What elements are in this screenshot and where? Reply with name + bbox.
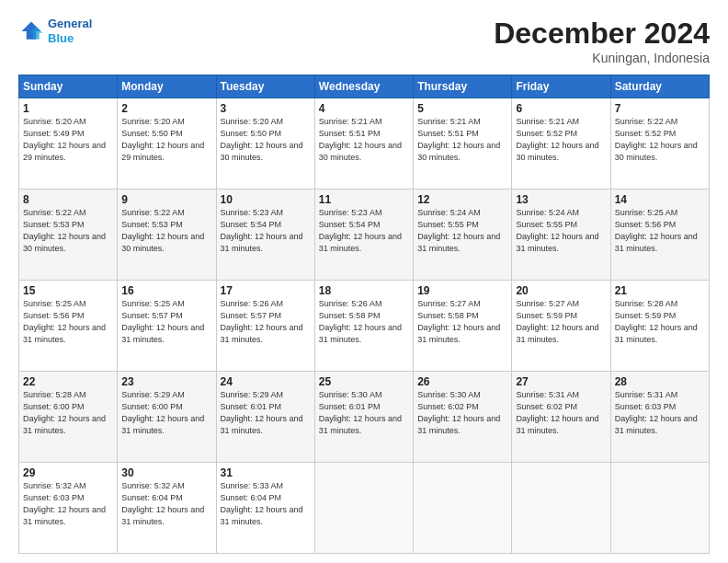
calendar-cell: 25Sunrise: 5:30 AMSunset: 6:01 PMDayligh… bbox=[314, 372, 413, 463]
day-info: Sunrise: 5:20 AMSunset: 5:49 PMDaylight:… bbox=[23, 117, 106, 161]
day-info: Sunrise: 5:30 AMSunset: 6:01 PMDaylight:… bbox=[319, 390, 402, 434]
calendar-cell: 8Sunrise: 5:22 AMSunset: 5:53 PMDaylight… bbox=[19, 190, 118, 281]
calendar-cell: 23Sunrise: 5:29 AMSunset: 6:00 PMDayligh… bbox=[118, 372, 216, 463]
calendar-cell: 9Sunrise: 5:22 AMSunset: 5:53 PMDaylight… bbox=[118, 190, 216, 281]
logo-blue: Blue bbox=[48, 31, 74, 45]
day-info: Sunrise: 5:31 AMSunset: 6:03 PMDaylight:… bbox=[615, 390, 698, 434]
subtitle: Kuningan, Indonesia bbox=[494, 51, 710, 65]
day-number: 9 bbox=[121, 192, 211, 207]
day-info: Sunrise: 5:24 AMSunset: 5:55 PMDaylight:… bbox=[417, 208, 500, 252]
day-number: 17 bbox=[221, 283, 311, 298]
day-info: Sunrise: 5:21 AMSunset: 5:51 PMDaylight:… bbox=[319, 117, 402, 161]
calendar-cell: 30Sunrise: 5:32 AMSunset: 6:04 PMDayligh… bbox=[118, 463, 216, 554]
day-number: 24 bbox=[221, 374, 311, 389]
day-info: Sunrise: 5:30 AMSunset: 6:02 PMDaylight:… bbox=[417, 390, 500, 434]
day-info: Sunrise: 5:23 AMSunset: 5:54 PMDaylight:… bbox=[221, 208, 303, 252]
calendar-cell: 17Sunrise: 5:26 AMSunset: 5:57 PMDayligh… bbox=[216, 281, 314, 372]
title-block: December 2024 Kuningan, Indonesia bbox=[494, 17, 710, 65]
calendar-cell: 12Sunrise: 5:24 AMSunset: 5:55 PMDayligh… bbox=[414, 190, 512, 281]
day-number: 15 bbox=[23, 283, 113, 298]
calendar-cell: 14Sunrise: 5:25 AMSunset: 5:56 PMDayligh… bbox=[610, 190, 709, 281]
calendar-cell: 18Sunrise: 5:26 AMSunset: 5:58 PMDayligh… bbox=[314, 281, 413, 372]
calendar-cell: 22Sunrise: 5:28 AMSunset: 6:00 PMDayligh… bbox=[19, 372, 118, 463]
day-info: Sunrise: 5:20 AMSunset: 5:50 PMDaylight:… bbox=[221, 117, 303, 161]
day-info: Sunrise: 5:25 AMSunset: 5:57 PMDaylight:… bbox=[121, 299, 204, 343]
day-info: Sunrise: 5:24 AMSunset: 5:55 PMDaylight:… bbox=[516, 208, 598, 252]
page: General Blue December 2024 Kuningan, Ind… bbox=[0, 0, 728, 563]
calendar-header-row: Sunday Monday Tuesday Wednesday Thursday… bbox=[19, 75, 710, 98]
day-info: Sunrise: 5:32 AMSunset: 6:04 PMDaylight:… bbox=[121, 481, 204, 525]
day-info: Sunrise: 5:27 AMSunset: 5:59 PMDaylight:… bbox=[516, 299, 598, 343]
day-number: 29 bbox=[23, 465, 113, 480]
day-number: 11 bbox=[319, 192, 409, 207]
calendar-cell bbox=[414, 463, 512, 554]
calendar-cell bbox=[314, 463, 413, 554]
col-saturday: Saturday bbox=[610, 75, 709, 98]
calendar-cell: 5Sunrise: 5:21 AMSunset: 5:51 PMDaylight… bbox=[414, 98, 512, 190]
col-tuesday: Tuesday bbox=[216, 75, 314, 98]
calendar-cell: 10Sunrise: 5:23 AMSunset: 5:54 PMDayligh… bbox=[216, 190, 314, 281]
col-sunday: Sunday bbox=[19, 75, 118, 98]
calendar-cell: 3Sunrise: 5:20 AMSunset: 5:50 PMDaylight… bbox=[216, 98, 314, 190]
day-info: Sunrise: 5:22 AMSunset: 5:53 PMDaylight:… bbox=[23, 208, 106, 252]
day-number: 12 bbox=[417, 192, 507, 207]
day-info: Sunrise: 5:23 AMSunset: 5:54 PMDaylight:… bbox=[319, 208, 402, 252]
day-number: 13 bbox=[516, 192, 606, 207]
day-number: 28 bbox=[615, 374, 705, 389]
day-info: Sunrise: 5:22 AMSunset: 5:53 PMDaylight:… bbox=[121, 208, 204, 252]
calendar-cell: 24Sunrise: 5:29 AMSunset: 6:01 PMDayligh… bbox=[216, 372, 314, 463]
day-info: Sunrise: 5:21 AMSunset: 5:52 PMDaylight:… bbox=[516, 117, 598, 161]
day-number: 21 bbox=[615, 283, 705, 298]
day-info: Sunrise: 5:22 AMSunset: 5:52 PMDaylight:… bbox=[615, 117, 698, 161]
calendar-week-row: 29Sunrise: 5:32 AMSunset: 6:03 PMDayligh… bbox=[19, 463, 710, 554]
calendar-cell: 21Sunrise: 5:28 AMSunset: 5:59 PMDayligh… bbox=[610, 281, 709, 372]
day-info: Sunrise: 5:25 AMSunset: 5:56 PMDaylight:… bbox=[615, 208, 698, 252]
day-number: 14 bbox=[615, 192, 705, 207]
day-number: 26 bbox=[417, 374, 507, 389]
logo-general: General bbox=[48, 17, 92, 30]
day-info: Sunrise: 5:29 AMSunset: 6:00 PMDaylight:… bbox=[121, 390, 204, 434]
calendar-cell: 13Sunrise: 5:24 AMSunset: 5:55 PMDayligh… bbox=[512, 190, 610, 281]
calendar-cell: 20Sunrise: 5:27 AMSunset: 5:59 PMDayligh… bbox=[512, 281, 610, 372]
col-monday: Monday bbox=[118, 75, 216, 98]
calendar-cell bbox=[512, 463, 610, 554]
day-number: 22 bbox=[23, 374, 113, 389]
day-number: 20 bbox=[516, 283, 606, 298]
calendar-cell: 1Sunrise: 5:20 AMSunset: 5:49 PMDaylight… bbox=[19, 98, 118, 190]
header: General Blue December 2024 Kuningan, Ind… bbox=[18, 17, 710, 65]
calendar-cell: 16Sunrise: 5:25 AMSunset: 5:57 PMDayligh… bbox=[118, 281, 216, 372]
day-number: 7 bbox=[615, 101, 705, 116]
calendar-week-row: 8Sunrise: 5:22 AMSunset: 5:53 PMDaylight… bbox=[19, 190, 710, 281]
day-number: 19 bbox=[417, 283, 507, 298]
day-number: 18 bbox=[319, 283, 409, 298]
calendar-week-row: 15Sunrise: 5:25 AMSunset: 5:56 PMDayligh… bbox=[19, 281, 710, 372]
day-info: Sunrise: 5:26 AMSunset: 5:58 PMDaylight:… bbox=[319, 299, 402, 343]
day-info: Sunrise: 5:33 AMSunset: 6:04 PMDaylight:… bbox=[221, 481, 303, 525]
col-friday: Friday bbox=[512, 75, 610, 98]
day-info: Sunrise: 5:21 AMSunset: 5:51 PMDaylight:… bbox=[417, 117, 500, 161]
calendar-cell bbox=[610, 463, 709, 554]
calendar-cell: 6Sunrise: 5:21 AMSunset: 5:52 PMDaylight… bbox=[512, 98, 610, 190]
day-number: 4 bbox=[319, 101, 409, 116]
day-number: 8 bbox=[23, 192, 113, 207]
day-info: Sunrise: 5:29 AMSunset: 6:01 PMDaylight:… bbox=[221, 390, 303, 434]
logo-icon bbox=[18, 18, 44, 44]
calendar-cell: 31Sunrise: 5:33 AMSunset: 6:04 PMDayligh… bbox=[216, 463, 314, 554]
day-number: 2 bbox=[121, 101, 211, 116]
calendar-cell: 28Sunrise: 5:31 AMSunset: 6:03 PMDayligh… bbox=[610, 372, 709, 463]
day-number: 27 bbox=[516, 374, 606, 389]
calendar-cell: 11Sunrise: 5:23 AMSunset: 5:54 PMDayligh… bbox=[314, 190, 413, 281]
day-info: Sunrise: 5:27 AMSunset: 5:58 PMDaylight:… bbox=[417, 299, 500, 343]
day-info: Sunrise: 5:20 AMSunset: 5:50 PMDaylight:… bbox=[121, 117, 204, 161]
calendar-week-row: 22Sunrise: 5:28 AMSunset: 6:00 PMDayligh… bbox=[19, 372, 710, 463]
day-number: 30 bbox=[121, 465, 211, 480]
logo-text: General Blue bbox=[48, 17, 92, 45]
day-info: Sunrise: 5:28 AMSunset: 5:59 PMDaylight:… bbox=[615, 299, 698, 343]
calendar-cell: 26Sunrise: 5:30 AMSunset: 6:02 PMDayligh… bbox=[414, 372, 512, 463]
col-wednesday: Wednesday bbox=[314, 75, 413, 98]
day-number: 6 bbox=[516, 101, 606, 116]
day-info: Sunrise: 5:26 AMSunset: 5:57 PMDaylight:… bbox=[221, 299, 303, 343]
calendar-cell: 15Sunrise: 5:25 AMSunset: 5:56 PMDayligh… bbox=[19, 281, 118, 372]
calendar-cell: 7Sunrise: 5:22 AMSunset: 5:52 PMDaylight… bbox=[610, 98, 709, 190]
day-number: 5 bbox=[417, 101, 507, 116]
